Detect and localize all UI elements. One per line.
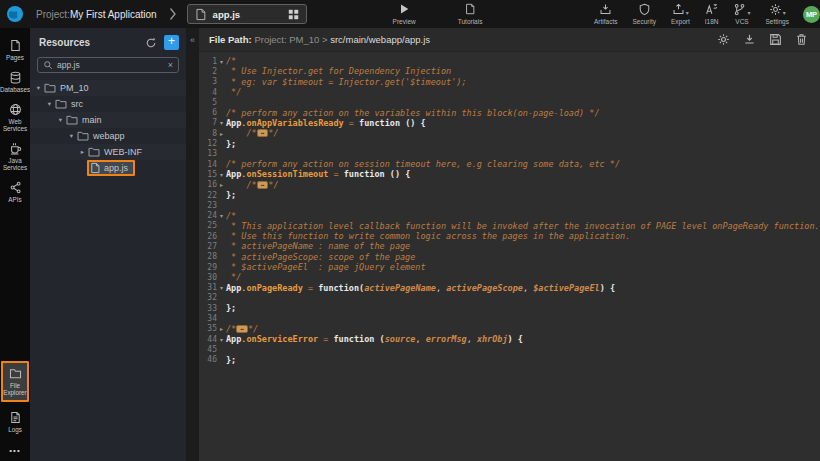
tree-item-main[interactable]: ▾main — [30, 112, 186, 128]
sidebar-item-web-services[interactable]: WebServices — [0, 98, 30, 137]
file-path-label: File Path: — [209, 34, 252, 45]
line-number: 30 — [199, 273, 217, 282]
code-line-33: 33}; — [199, 303, 820, 313]
topbar-item-export[interactable]: ▾Export — [671, 3, 690, 25]
delete-file-trash-icon[interactable] — [795, 33, 808, 46]
line-number: 3 — [199, 77, 217, 86]
code-text: }; — [226, 303, 236, 313]
line-number: 26 — [199, 232, 217, 241]
code-line-26: 26 * Use this function to write common l… — [199, 231, 820, 241]
code-text: /*↔*/ — [226, 180, 279, 190]
user-avatar[interactable]: MP — [803, 6, 820, 23]
database-icon — [9, 71, 22, 84]
code-text: * activePageName : name of the page — [226, 241, 410, 251]
code-line-46: 46}; — [199, 355, 820, 365]
code-text: /*↔*/ — [226, 128, 279, 138]
fold-toggle-icon[interactable]: ▾ — [217, 119, 226, 126]
preview-label: Preview — [393, 18, 416, 25]
tree-item-app.js[interactable]: app.js — [30, 160, 186, 176]
download-file-icon[interactable] — [743, 33, 756, 46]
tree-item-web-inf[interactable]: ▸WEB-INF — [30, 144, 186, 160]
chevron-down-icon: ▾ — [783, 9, 786, 16]
clear-search-icon[interactable]: × — [168, 60, 173, 70]
fold-toggle-icon[interactable]: ▾ — [217, 171, 226, 178]
chevron-right-icon — [169, 7, 177, 21]
project-breadcrumb[interactable]: Project:My First Application — [36, 9, 157, 20]
folded-region-icon[interactable]: ↔ — [257, 181, 269, 189]
folded-region-icon[interactable]: ↔ — [236, 325, 248, 333]
tree-item-src[interactable]: ▾src — [30, 96, 186, 112]
topbar-item-settings[interactable]: ▾Settings — [766, 3, 790, 25]
caret-right-icon[interactable]: ▸ — [78, 148, 87, 156]
collapse-panel-icon[interactable]: « — [190, 35, 195, 45]
code-line-16: 16▸ /*↔*/ — [199, 180, 820, 190]
line-number: 16 — [199, 180, 217, 189]
export-upload-icon — [672, 3, 685, 16]
folded-region-icon[interactable]: ↔ — [257, 129, 269, 137]
sidebar-item-pages[interactable]: Pages — [0, 34, 30, 66]
save-file-icon[interactable] — [769, 33, 782, 46]
caret-down-icon[interactable]: ▾ — [45, 100, 54, 108]
tree-item-pm_10[interactable]: ▾PM_10 — [30, 80, 186, 96]
topbar-item-label: Settings — [766, 18, 790, 25]
line-number: 6 — [199, 108, 217, 117]
search-input[interactable] — [57, 60, 164, 70]
open-file-tab[interactable]: app.js — [187, 4, 307, 24]
code-text: * activePageScope: scope of the page — [226, 252, 415, 262]
tab-label: app.js — [213, 9, 281, 20]
fold-toggle-icon[interactable]: ▾ — [217, 212, 226, 219]
preview-button[interactable]: Preview — [393, 3, 416, 25]
refresh-icon[interactable] — [145, 37, 157, 49]
sidebar-item-java-services[interactable]: JavaServices — [0, 137, 30, 176]
caret-down-icon[interactable]: ▾ — [56, 116, 65, 124]
editor-settings-gear-icon[interactable] — [717, 33, 730, 46]
tree-item-webapp[interactable]: ▾webapp — [30, 128, 186, 144]
line-number: 12 — [199, 139, 217, 148]
caret-down-icon[interactable]: ▾ — [67, 132, 76, 140]
code-line-5: 5 — [199, 97, 820, 107]
code-text: }; — [226, 355, 236, 365]
fold-toggle-icon[interactable]: ▸ — [217, 325, 226, 332]
line-number: 46 — [199, 355, 217, 364]
more-options-button[interactable]: ••• — [9, 438, 20, 461]
topbar-item-vcs[interactable]: ▾VCS — [733, 3, 750, 25]
code-line-22: 22}; — [199, 190, 820, 200]
fold-toggle-icon[interactable]: ▾ — [217, 336, 226, 343]
sidebar-item-file-explorer[interactable]: FileExplorer — [1, 361, 29, 402]
fold-toggle-icon[interactable]: ▸ — [217, 181, 226, 188]
fold-toggle-icon[interactable]: ▾ — [217, 284, 226, 291]
topbar-item-security[interactable]: Security — [632, 3, 655, 25]
api-nodes-icon — [9, 181, 22, 194]
resource-search[interactable]: × — [37, 57, 179, 73]
tutorials-button[interactable]: Tutorials — [458, 3, 483, 25]
file-icon — [195, 8, 206, 21]
code-line-8: 8▸ /*↔*/ — [199, 128, 820, 138]
logs-icon — [9, 411, 22, 424]
add-resource-button[interactable]: + — [164, 35, 179, 50]
caret-down-icon[interactable]: ▾ — [34, 84, 43, 92]
file-path-prefix: Project: PM_10 > — [254, 34, 330, 45]
code-lines[interactable]: 1▾/*2 * Use Injector.get for Dependency … — [199, 52, 820, 461]
topbar-right-items: ArtifactsSecurity▾ExportI18N▾VCS▾Setting… — [594, 3, 789, 25]
topbar-item-artifacts[interactable]: Artifacts — [594, 3, 617, 25]
line-number: 29 — [199, 263, 217, 272]
folder-icon — [55, 99, 67, 109]
code-text: /* perform any action on the variables w… — [226, 108, 600, 118]
code-line-1: 1▾/* — [199, 56, 820, 66]
sidebar-item-logs[interactable]: Logs — [0, 406, 30, 438]
grid-icon[interactable] — [288, 9, 299, 20]
app-logo[interactable] — [0, 0, 30, 28]
fold-toggle-icon[interactable]: ▾ — [217, 58, 226, 65]
sidebar-item-databases[interactable]: Databases — [0, 66, 30, 98]
code-text: }; — [226, 139, 236, 149]
sidebar-item-apis[interactable]: APIs — [0, 176, 30, 208]
wavemaker-logo-icon — [6, 5, 24, 23]
fold-toggle-icon[interactable]: ▸ — [217, 130, 226, 137]
topbar-item-i18n[interactable]: I18N — [705, 3, 719, 25]
line-number: 24 — [199, 211, 217, 220]
topbar-item-label: Artifacts — [594, 18, 617, 25]
topbar-item-label: Export — [671, 18, 690, 25]
code-line-45: 45 — [199, 344, 820, 354]
code-text: * Use Injector.get for Dependency Inject… — [226, 66, 451, 76]
code-line-2: 2 * Use Injector.get for Dependency Inje… — [199, 66, 820, 76]
